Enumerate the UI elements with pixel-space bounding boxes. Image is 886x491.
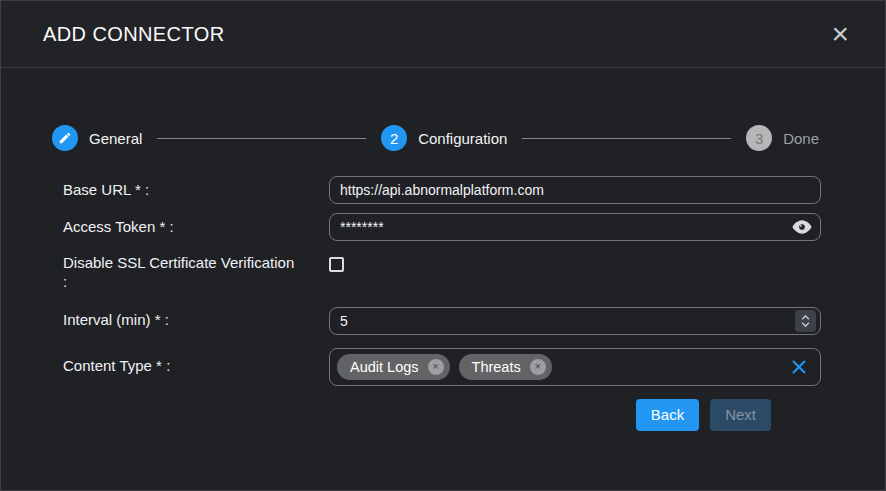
tag-label: Threats: [472, 359, 521, 375]
next-button[interactable]: Next: [710, 399, 771, 431]
eye-icon[interactable]: [792, 220, 812, 234]
number-stepper[interactable]: [795, 310, 816, 332]
content-type-row: Content Type * : Audit Logs × Threats ×: [63, 348, 821, 386]
step-done-circle: 3: [746, 125, 772, 151]
step-general-label: General: [89, 130, 142, 147]
add-connector-modal: ADD CONNECTOR × General 2 Configuration …: [0, 0, 886, 491]
stepper-connector: [157, 138, 366, 139]
close-icon[interactable]: ×: [831, 21, 849, 47]
tag-audit-logs: Audit Logs ×: [337, 354, 450, 380]
step-configuration-circle: 2: [381, 125, 407, 151]
pencil-icon: [58, 131, 72, 145]
tag-label: Audit Logs: [350, 359, 419, 375]
base-url-input[interactable]: [329, 176, 821, 204]
chevron-down-icon[interactable]: [801, 322, 810, 327]
chevron-up-icon[interactable]: [801, 315, 810, 320]
access-token-label: Access Token * :: [63, 218, 329, 237]
access-token-row: Access Token * :: [63, 213, 821, 241]
ssl-label: Disable SSL Certificate Verification :: [63, 254, 329, 292]
ssl-checkbox[interactable]: [329, 257, 344, 272]
ssl-row: Disable SSL Certificate Verification :: [63, 254, 821, 292]
tag-remove-icon[interactable]: ×: [428, 359, 444, 375]
base-url-row: Base URL * :: [63, 176, 821, 204]
base-url-label: Base URL * :: [63, 181, 329, 200]
modal-header: ADD CONNECTOR ×: [1, 1, 885, 68]
interval-input[interactable]: [329, 307, 821, 335]
step-configuration-label: Configuration: [418, 130, 507, 147]
stepper-connector: [522, 138, 731, 139]
step-general[interactable]: General: [52, 125, 142, 151]
modal-title: ADD CONNECTOR: [43, 23, 225, 46]
step-done[interactable]: 3 Done: [746, 125, 819, 151]
tag-threats: Threats ×: [459, 354, 552, 380]
interval-row: Interval (min) * :: [63, 307, 821, 335]
content-type-label: Content Type * :: [63, 357, 329, 376]
access-token-input[interactable]: [329, 213, 821, 241]
content-type-field[interactable]: Audit Logs × Threats ×: [329, 348, 821, 386]
interval-label: Interval (min) * :: [63, 311, 329, 330]
tag-remove-icon[interactable]: ×: [530, 359, 546, 375]
step-general-circle: [52, 125, 78, 151]
step-done-label: Done: [783, 130, 819, 147]
wizard-stepper: General 2 Configuration 3 Done: [52, 125, 819, 151]
step-configuration[interactable]: 2 Configuration: [381, 125, 507, 151]
back-button[interactable]: Back: [636, 399, 699, 431]
connector-form: Base URL * : Access Token * : Disable SS…: [63, 176, 821, 431]
clear-all-icon[interactable]: [791, 359, 807, 375]
action-buttons: Back Next: [63, 399, 771, 431]
